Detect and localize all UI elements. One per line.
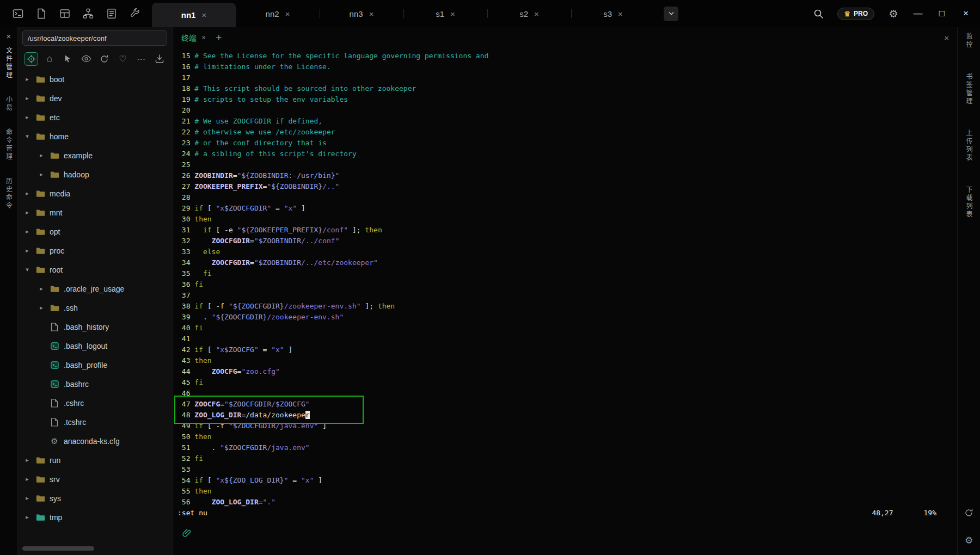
session-tab-nn2[interactable]: nn2× (236, 0, 320, 27)
code-line-18: 18 # This script should be sourced into … (177, 83, 957, 94)
chevron-right-icon[interactable]: ▸ (23, 514, 31, 521)
tree-item-example[interactable]: ▸example (18, 146, 173, 165)
session-tab-s1[interactable]: s1× (403, 0, 487, 27)
maximize-button[interactable]: □ (936, 8, 947, 19)
tree-item-label: boot (50, 75, 64, 84)
tree-item-dev[interactable]: ▸dev (18, 89, 173, 108)
file-list-icon[interactable] (106, 8, 118, 20)
tree-item-sys[interactable]: ▸sys (18, 489, 173, 508)
left-rail-item-command-manager[interactable]: 命令管理 (4, 128, 14, 161)
tab-close-icon[interactable]: × (534, 9, 539, 18)
tree-item-media[interactable]: ▸media (18, 184, 173, 203)
tree-item-run[interactable]: ▸run (18, 451, 173, 470)
terminal-panel-close-icon[interactable]: × (944, 33, 949, 42)
tree-item-.bash_history[interactable]: .bash_history (18, 317, 173, 336)
session-tab-nn1[interactable]: nn1× (152, 3, 236, 27)
chevron-right-icon[interactable]: ▸ (23, 95, 31, 102)
minimize-button[interactable]: — (912, 8, 923, 19)
topology-icon[interactable] (82, 8, 94, 20)
terminal-screen[interactable]: 15 # See the License for the specific la… (173, 48, 957, 555)
tree-item-etc[interactable]: ▸etc (18, 108, 173, 127)
sync-refresh-icon[interactable] (964, 508, 973, 520)
right-rail-item-upload-list[interactable]: 上传列表 (964, 130, 973, 162)
tree-item-anaconda-ks.cfg[interactable]: ⚙anaconda-ks.cfg (18, 431, 173, 451)
chevron-right-icon[interactable]: ▸ (23, 476, 31, 483)
tree-item-.bash_profile[interactable]: .bash_profile (18, 355, 173, 374)
more-icon[interactable]: ⋯ (134, 52, 148, 66)
chevron-right-icon[interactable]: ▸ (23, 190, 31, 197)
chevron-right-icon[interactable]: ▸ (38, 285, 45, 292)
tree-item-proc[interactable]: ▸proc (18, 241, 173, 260)
tab-close-icon[interactable]: × (618, 9, 623, 18)
chevron-right-icon[interactable]: ▸ (38, 304, 45, 311)
shell-file-icon (50, 361, 59, 369)
chevron-right-icon[interactable]: ▸ (23, 247, 31, 254)
tree-item-.cshrc[interactable]: .cshrc (18, 393, 173, 412)
tree-item-tmp[interactable]: ▸tmp (18, 508, 173, 527)
chevron-right-icon[interactable]: ▸ (23, 114, 31, 121)
chevron-down-icon[interactable]: ▾ (23, 266, 31, 273)
locate-icon[interactable] (24, 52, 38, 66)
right-rail-item-bookmark-manager[interactable]: 书签管理 (964, 73, 973, 106)
path-input[interactable]: /usr/local/zookeeper/conf (22, 30, 167, 46)
pro-badge[interactable]: ♛PRO (837, 8, 874, 20)
tab-close-icon[interactable]: × (369, 9, 374, 18)
terminal-tab-close-icon[interactable]: × (201, 33, 206, 42)
chevron-right-icon[interactable]: ▸ (23, 209, 31, 216)
scrollbar-thumb[interactable] (22, 546, 94, 551)
tab-close-icon[interactable]: × (201, 10, 206, 20)
new-file-icon[interactable] (35, 8, 47, 20)
tab-close-icon[interactable]: × (285, 9, 290, 18)
left-rail-item-ai-assistant[interactable]: 小易 (4, 96, 14, 112)
chevron-right-icon[interactable]: ▸ (23, 76, 31, 83)
right-rail-item-monitor[interactable]: 监控 (964, 33, 973, 49)
chevron-right-icon[interactable]: ▸ (38, 171, 45, 178)
chevron-right-icon[interactable]: ▸ (23, 495, 31, 502)
terminal-window-icon[interactable] (12, 8, 24, 20)
tree-item-.oracle_jre_usage[interactable]: ▸.oracle_jre_usage (18, 279, 173, 298)
chevron-right-icon[interactable]: ▸ (23, 457, 31, 464)
tree-item-label: .oracle_jre_usage (64, 285, 124, 293)
layout-grid-icon[interactable] (59, 8, 71, 20)
search-icon[interactable] (812, 8, 824, 20)
chevron-down-icon[interactable]: ▾ (23, 133, 31, 140)
left-rail-item-file-manager[interactable]: 文件管理 (4, 47, 14, 79)
tree-item-.bashrc[interactable]: .bashrc (18, 374, 173, 393)
tree-item-opt[interactable]: ▸opt (18, 222, 173, 241)
tree-item-srv[interactable]: ▸srv (18, 470, 173, 489)
refresh-icon[interactable] (98, 52, 112, 66)
chevron-right-icon[interactable]: ▸ (38, 152, 45, 159)
transfer-icon[interactable] (152, 52, 166, 66)
horizontal-scrollbar[interactable] (22, 546, 168, 551)
tree-item-.bash_logout[interactable]: .bash_logout (18, 336, 173, 355)
favorite-heart-icon[interactable]: ♡ (116, 52, 130, 66)
code-line-15: 15 # See the License for the specific la… (177, 51, 957, 61)
chevron-right-icon[interactable]: ▸ (23, 228, 31, 235)
attachment-icon[interactable] (182, 531, 192, 539)
settings-gear-icon-right[interactable]: ⚙ (965, 535, 973, 546)
session-tab-nn3[interactable]: nn3× (320, 0, 403, 27)
tree-item-mnt[interactable]: ▸mnt (18, 203, 173, 222)
settings-gear-icon[interactable]: ⚙ (887, 8, 899, 20)
tree-item-.ssh[interactable]: ▸.ssh (18, 298, 173, 317)
eye-icon[interactable] (79, 52, 93, 66)
tab-close-icon[interactable]: × (450, 9, 455, 18)
wrench-icon[interactable] (129, 8, 141, 20)
tree-item-boot[interactable]: ▸boot (18, 70, 173, 89)
tree-item-home[interactable]: ▾home (18, 127, 173, 146)
new-terminal-icon[interactable]: + (216, 32, 222, 44)
tree-item-root[interactable]: ▾root (18, 260, 173, 279)
left-rail-item-history-commands[interactable]: 历史命令 (4, 177, 14, 210)
panel-close-icon[interactable]: × (7, 32, 11, 45)
session-tab-s2[interactable]: s2× (487, 0, 571, 27)
home-icon[interactable]: ⌂ (43, 52, 57, 66)
session-tab-s3[interactable]: s3× (571, 0, 655, 27)
tab-label: nn3 (350, 9, 363, 18)
close-button[interactable]: × (960, 8, 971, 19)
tree-item-.tcshrc[interactable]: .tcshrc (18, 412, 173, 431)
right-rail-item-download-list[interactable]: 下载列表 (964, 186, 973, 219)
tree-item-hadoop[interactable]: ▸hadoop (18, 165, 173, 184)
tab-dropdown-button[interactable] (664, 7, 678, 21)
pointer-icon[interactable] (61, 52, 75, 66)
terminal-tab[interactable]: 终端 × (181, 32, 206, 43)
